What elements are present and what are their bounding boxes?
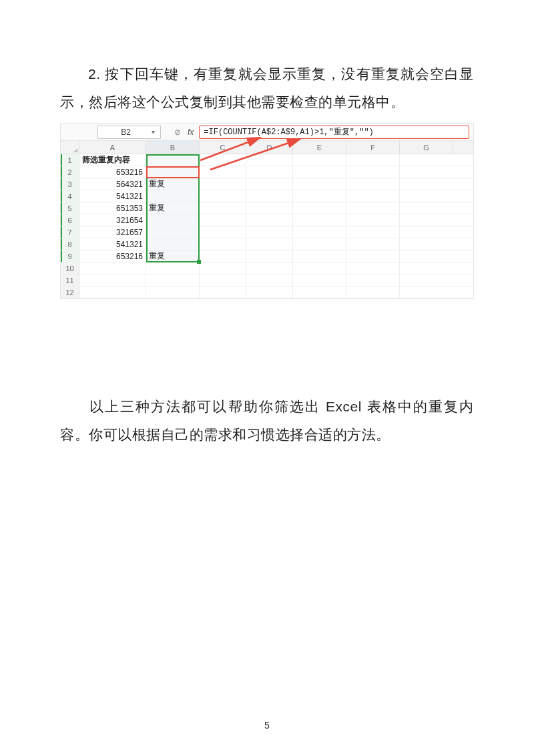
cell[interactable] xyxy=(293,190,346,202)
row-header[interactable]: 8 xyxy=(61,238,79,250)
cell[interactable] xyxy=(400,274,453,286)
cell[interactable] xyxy=(200,226,246,238)
cell[interactable] xyxy=(200,262,246,274)
cell[interactable] xyxy=(200,190,246,202)
cell[interactable] xyxy=(293,178,346,190)
cell[interactable] xyxy=(400,287,453,298)
select-all-corner[interactable] xyxy=(61,141,79,154)
cell[interactable] xyxy=(146,274,200,286)
chevron-down-icon[interactable]: ▾ xyxy=(150,128,156,136)
cell[interactable] xyxy=(200,214,246,226)
cell[interactable] xyxy=(293,238,346,250)
cell[interactable] xyxy=(146,190,200,202)
cell[interactable] xyxy=(346,190,400,202)
cell[interactable] xyxy=(146,238,200,250)
cell[interactable] xyxy=(146,214,200,226)
col-header-f[interactable]: F xyxy=(346,141,400,154)
cell[interactable] xyxy=(400,178,453,190)
cell[interactable]: 564321 xyxy=(79,178,146,190)
cell[interactable] xyxy=(293,262,346,274)
cell[interactable] xyxy=(293,250,346,262)
col-header-e[interactable]: E xyxy=(293,141,346,154)
cell[interactable] xyxy=(246,166,293,178)
cell[interactable]: 541321 xyxy=(79,238,146,250)
cell[interactable] xyxy=(246,226,293,238)
cell[interactable] xyxy=(293,274,346,286)
cell[interactable] xyxy=(146,166,200,178)
row-header[interactable]: 7 xyxy=(61,226,79,238)
cell[interactable] xyxy=(346,274,400,286)
cell[interactable] xyxy=(293,166,346,178)
cell[interactable] xyxy=(79,262,146,274)
formula-input[interactable]: =IF(COUNTIF(A$2:A$9,A1)>1,"重复","") xyxy=(199,126,469,139)
row-header[interactable]: 2 xyxy=(61,166,79,178)
cell[interactable] xyxy=(293,287,346,298)
cell[interactable]: 651353 xyxy=(79,202,146,214)
cell[interactable]: 重复 xyxy=(146,178,200,190)
row-header[interactable]: 6 xyxy=(61,214,79,226)
cell[interactable]: 筛选重复内容 xyxy=(79,154,146,166)
cell[interactable] xyxy=(346,214,400,226)
cell[interactable] xyxy=(246,154,293,166)
cell[interactable] xyxy=(200,154,246,166)
cell[interactable]: 321654 xyxy=(79,214,146,226)
cell[interactable] xyxy=(400,154,453,166)
cell[interactable] xyxy=(246,178,293,190)
cell[interactable]: 重复 xyxy=(146,250,200,262)
cell[interactable] xyxy=(346,226,400,238)
cell[interactable] xyxy=(200,178,246,190)
cell[interactable] xyxy=(146,262,200,274)
cell[interactable] xyxy=(293,226,346,238)
cell[interactable] xyxy=(400,238,453,250)
cell[interactable] xyxy=(293,154,346,166)
cell[interactable] xyxy=(400,250,453,262)
cell[interactable] xyxy=(346,202,400,214)
row-header[interactable]: 9 xyxy=(61,250,79,262)
cancel-icon[interactable]: ⊘ xyxy=(174,128,181,137)
cell[interactable] xyxy=(400,262,453,274)
col-header-d[interactable]: D xyxy=(246,141,293,154)
cell[interactable] xyxy=(246,202,293,214)
col-header-g[interactable]: G xyxy=(400,141,453,154)
cell[interactable] xyxy=(246,190,293,202)
cell[interactable] xyxy=(346,154,400,166)
col-header-a[interactable]: A xyxy=(79,141,146,154)
cell[interactable] xyxy=(346,250,400,262)
cell[interactable] xyxy=(246,250,293,262)
cell[interactable] xyxy=(400,214,453,226)
cell[interactable] xyxy=(400,190,453,202)
cell[interactable] xyxy=(400,202,453,214)
row-header[interactable]: 1 xyxy=(61,154,79,166)
cell[interactable] xyxy=(200,238,246,250)
row-header[interactable]: 4 xyxy=(61,190,79,202)
cell[interactable] xyxy=(146,226,200,238)
cell[interactable] xyxy=(79,287,146,298)
row-header[interactable]: 11 xyxy=(61,274,79,286)
cell[interactable]: 653216 xyxy=(79,166,146,178)
cell[interactable] xyxy=(400,226,453,238)
cell[interactable]: 321657 xyxy=(79,226,146,238)
cell[interactable] xyxy=(146,287,200,298)
cell[interactable] xyxy=(246,274,293,286)
cell[interactable] xyxy=(246,238,293,250)
cell[interactable] xyxy=(346,262,400,274)
fill-handle[interactable] xyxy=(197,260,201,264)
cell[interactable] xyxy=(293,202,346,214)
cell[interactable] xyxy=(79,274,146,286)
cell[interactable] xyxy=(200,166,246,178)
cell[interactable] xyxy=(346,166,400,178)
cell[interactable]: 541321 xyxy=(79,190,146,202)
col-header-b[interactable]: B xyxy=(146,141,200,154)
cell[interactable]: 重复 xyxy=(146,202,200,214)
row-header[interactable]: 3 xyxy=(61,178,79,190)
cell[interactable] xyxy=(146,154,200,166)
cell[interactable] xyxy=(200,274,246,286)
cell[interactable] xyxy=(200,202,246,214)
row-header[interactable]: 12 xyxy=(61,287,79,298)
cell[interactable] xyxy=(246,214,293,226)
cell[interactable] xyxy=(246,287,293,298)
row-header[interactable]: 10 xyxy=(61,262,79,274)
cell[interactable] xyxy=(200,287,246,298)
col-header-c[interactable]: C xyxy=(200,141,246,154)
cell[interactable] xyxy=(246,262,293,274)
